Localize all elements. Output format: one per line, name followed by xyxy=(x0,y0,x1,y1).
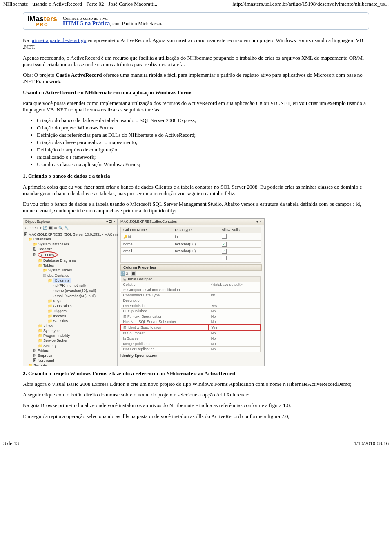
paragraph-recall: Apenas recordando, o ActiveRecord é um r… xyxy=(23,55,369,68)
heading-usando-text: Usando o ActiveRecord e o NHibernate em … xyxy=(23,89,192,96)
list-item: Definição das referências para as DLLs d… xyxy=(37,132,369,138)
page-title: NHibernate - usando o ActiveRecord - Par… xyxy=(3,1,159,7)
cell-name: email xyxy=(121,247,172,254)
folder-icon xyxy=(38,334,43,338)
first-part-link[interactable]: primeira parte deste artigo xyxy=(30,37,86,43)
grid-header-name: Column Name xyxy=(121,227,172,233)
oe-toolbar: Connect ▾ 🔄 🔳 ▦ 🔍 🔧 xyxy=(23,225,117,231)
column-properties-title: Column Properties xyxy=(120,264,262,271)
heading-usando: Usando o ActiveRecord e o NHibernate em … xyxy=(23,89,369,96)
obs-prefix: Obs: O projeto xyxy=(23,72,56,78)
promo-text-block: Conheça o curso ao vivo: HTML5 na Prátic… xyxy=(63,16,162,27)
imasters-logo: iMasters PRO xyxy=(27,15,57,27)
oe-tree: MAC\SQLEXPRESS (SQL Server 10.0.2531 - M… xyxy=(23,231,117,366)
page-number: 3 de 13 xyxy=(3,440,19,447)
columns-node-selected: Columns xyxy=(53,278,71,283)
folder-icon xyxy=(38,338,43,343)
tree-server: MAC\SQLEXPRESS (SQL Server 10.0.2531 - M… xyxy=(24,232,116,237)
page-url: http://imasters.uol.com.br/artigo/15198/… xyxy=(232,1,389,7)
database-icon xyxy=(33,247,38,251)
list-item: Inicializando o Framework; xyxy=(37,154,369,160)
logo-text-left: iMas xyxy=(27,15,44,23)
property-grid: ⊟ Table Designer Collation<database defa… xyxy=(120,276,261,352)
folder-icon xyxy=(38,258,43,263)
table-designer-panel: MAC\SQLEXPRES...dbo.Contatos ▾ × Column … xyxy=(118,219,264,366)
paragraph-browse-nhibernate: Na guia Browse primeiro localize onde vo… xyxy=(23,402,369,409)
promo-course-link[interactable]: HTML5 na Prática xyxy=(63,20,110,27)
page-footer: 3 de 13 1/10/2010 08:16 xyxy=(0,438,392,449)
cell-type: nvarchar(50) xyxy=(172,247,219,254)
object-explorer-titlebar: Object Explorer ▾ ⊐ × xyxy=(23,219,117,225)
database-icon xyxy=(33,358,38,363)
folder-icon xyxy=(28,363,33,366)
folder-icon xyxy=(48,278,53,283)
promo-author: , com Paulino Michelazzo. xyxy=(110,21,162,27)
oe-title-text: Object Explorer xyxy=(25,220,50,224)
table-row: email nvarchar(50) xyxy=(121,247,261,254)
folder-icon xyxy=(28,237,33,241)
paragraph-create-project: Abra agora o Visual Basic 2008 Express E… xyxy=(23,381,369,387)
list-item: Criação do projeto WIndows Forms; xyxy=(37,125,369,131)
cp-toolbar: 🔠 2↓ 🔳 xyxy=(120,271,262,276)
object-explorer-panel: Object Explorer ▾ ⊐ × Connect ▾ 🔄 🔳 ▦ 🔍 … xyxy=(23,219,118,366)
paragraph-browse-activerecord: Em seguida repita a operação selecionand… xyxy=(23,413,369,420)
intro-paragraph: Na primeira parte deste artigo eu aprese… xyxy=(23,37,369,51)
table-row-empty xyxy=(121,254,261,262)
checkbox-icon xyxy=(222,256,227,260)
promo-small-line: Conheça o curso ao vivo: xyxy=(63,16,162,20)
folder-icon xyxy=(38,324,43,328)
browser-header: NHibernate - usando o ActiveRecord - Par… xyxy=(0,0,392,9)
heading-step1: 1. Criando o banco de dados e a tabela xyxy=(23,173,369,179)
cell-nulls xyxy=(219,240,261,247)
table-row: nome nvarchar(50) xyxy=(121,240,261,247)
grid-header-nulls: Allow Nulls xyxy=(219,227,261,233)
heading-step1-text: 1. Criando o banco de dados e a tabela xyxy=(23,173,110,179)
folder-icon xyxy=(33,242,38,246)
list-item: Usando as classes na aplicação Windows F… xyxy=(37,161,369,168)
folder-icon xyxy=(48,319,53,323)
database-icon xyxy=(33,354,38,358)
list-item: Definição do arquivo de configuração; xyxy=(37,147,369,153)
checkbox-icon xyxy=(222,249,227,254)
table-icon xyxy=(43,274,47,278)
table-row: id int xyxy=(121,233,261,240)
server-icon xyxy=(24,232,29,236)
grid-header-type: Data Type xyxy=(172,227,219,233)
folder-icon xyxy=(48,309,53,313)
identity-spec-row-highlighted: ⊞ Identity SpecificationYes xyxy=(121,325,261,330)
database-icon xyxy=(33,253,38,257)
folder-icon xyxy=(48,299,53,303)
folder-icon xyxy=(38,329,43,333)
columns-grid: Column Name Data Type Allow Nulls id int… xyxy=(120,227,261,263)
cell-nulls xyxy=(219,247,261,254)
list-item: Criação das classe para realizar o mapea… xyxy=(37,139,369,146)
folder-icon xyxy=(48,304,53,308)
ssms-screenshot: Object Explorer ▾ ⊐ × Connect ▾ 🔄 🔳 ▦ 🔍 … xyxy=(23,218,265,366)
paragraph-obs: Obs: O projeto Castle ActiveRecord ofere… xyxy=(23,72,369,85)
folder-icon xyxy=(48,314,53,318)
database-icon xyxy=(33,349,38,353)
oe-pin-icons: ▾ ⊐ × xyxy=(106,220,116,224)
cell-type: int xyxy=(172,233,219,240)
cell-type: nvarchar(50) xyxy=(172,240,219,247)
cell-name: nome xyxy=(121,240,172,247)
folder-icon xyxy=(43,268,48,272)
heading-step2-text: 2. Criando o projeto Windows Forms e faz… xyxy=(23,370,235,376)
cell-nulls xyxy=(219,233,261,240)
paragraph-ssms: Eu vou criar o banco de dados e a tabela… xyxy=(23,201,369,214)
logo-text-right: ters xyxy=(44,15,57,23)
page-timestamp: 1/10/2010 08:16 xyxy=(354,440,389,447)
checkbox-icon xyxy=(222,242,227,247)
heading-step2: 2. Criando o projeto Windows Forms e faz… xyxy=(23,370,369,377)
tab-title-text: MAC\SQLEXPRES...dbo.Contatos xyxy=(120,220,177,224)
folder-icon xyxy=(38,263,43,267)
paragraph-create-db: A primeira coisa que eu vou fazer será c… xyxy=(23,184,369,197)
logo-subtext: PRO xyxy=(36,22,49,27)
paragraph-add-reference: A seguir clique com o botão direito do m… xyxy=(23,392,369,398)
intro-prefix: Na xyxy=(23,37,30,43)
identity-spec-footer: Identity Specification xyxy=(120,354,262,358)
table-designer-cat: Table Designer xyxy=(127,277,152,281)
designer-tab-title: MAC\SQLEXPRES...dbo.Contatos ▾ × xyxy=(118,219,264,225)
list-item: Criação do banco de dados e da tabela us… xyxy=(37,117,369,124)
promo-banner: iMasters PRO Conheça o curso ao vivo: HT… xyxy=(23,12,369,30)
